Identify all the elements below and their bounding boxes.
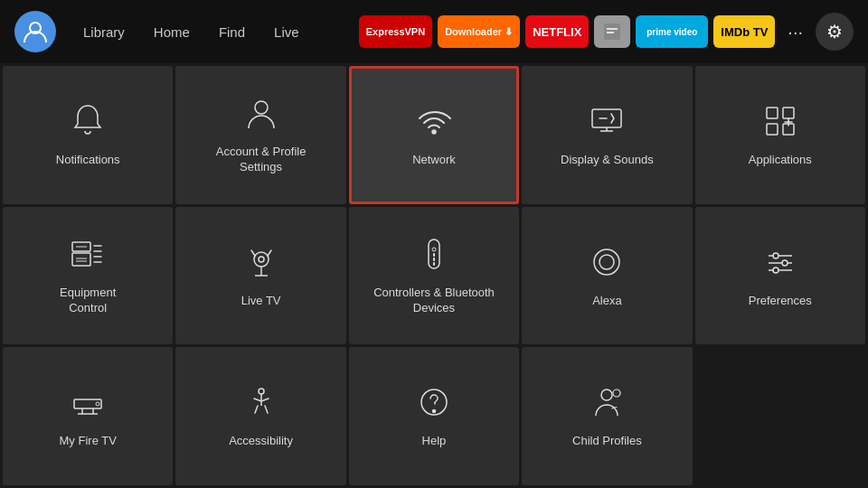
- svg-point-3: [432, 130, 436, 134]
- svg-point-40: [432, 410, 435, 413]
- svg-point-30: [782, 260, 788, 266]
- wifi-icon: [415, 102, 453, 144]
- accessibility-icon: [242, 383, 280, 425]
- svg-point-42: [613, 389, 620, 397]
- svg-point-24: [594, 249, 619, 275]
- livetv-label: Live TV: [241, 294, 281, 309]
- applications-label: Applications: [749, 153, 812, 168]
- person-icon: [242, 94, 280, 136]
- app-filezilla[interactable]: [594, 15, 630, 48]
- apps-icon: [761, 102, 799, 144]
- grid-item-accessibility[interactable]: Accessibility: [175, 347, 345, 485]
- nav-live[interactable]: Live: [261, 19, 312, 45]
- equipment-label: EquipmentControl: [60, 286, 116, 316]
- grid-item-account[interactable]: Account & ProfileSettings: [175, 66, 345, 204]
- grid-item-display[interactable]: Display & Sounds: [522, 66, 692, 204]
- help-icon: [415, 383, 453, 425]
- preferences-label: Preferences: [749, 294, 812, 309]
- svg-point-37: [259, 389, 264, 394]
- alexa-icon: [588, 243, 626, 285]
- settings-grid: Notifications Account & ProfileSettings …: [0, 63, 868, 488]
- childprofiles-icon: [588, 383, 626, 425]
- svg-rect-10: [72, 253, 90, 266]
- avatar[interactable]: [14, 11, 56, 52]
- bell-icon: [69, 102, 107, 144]
- app-imdb[interactable]: IMDb TV: [713, 15, 775, 48]
- equipment-icon: [69, 235, 107, 277]
- network-label: Network: [412, 153, 456, 168]
- display-label: Display & Sounds: [561, 153, 654, 168]
- topnav: Library Home Find Live ExpressVPN Downlo…: [0, 0, 868, 63]
- remote-icon: [415, 235, 453, 277]
- grid-item-help[interactable]: Help: [349, 347, 519, 485]
- grid-item-applications[interactable]: Applications: [695, 66, 865, 204]
- grid-item-alexa[interactable]: Alexa: [522, 207, 692, 345]
- help-label: Help: [422, 434, 447, 449]
- nav-more[interactable]: ···: [780, 18, 810, 46]
- svg-rect-32: [74, 399, 101, 408]
- svg-rect-5: [767, 108, 778, 118]
- grid-item-myfiretv[interactable]: My Fire TV: [3, 347, 173, 485]
- accessibility-label: Accessibility: [229, 434, 293, 449]
- grid-item-notifications[interactable]: Notifications: [3, 66, 173, 204]
- svg-point-16: [259, 257, 264, 262]
- antenna-icon: [242, 243, 280, 285]
- svg-point-41: [601, 389, 612, 400]
- display-icon: [588, 102, 626, 144]
- nav-library[interactable]: Library: [71, 19, 137, 45]
- nav-settings[interactable]: ⚙: [816, 13, 854, 51]
- sliders-icon: [761, 243, 799, 285]
- app-expressvpn[interactable]: ExpressVPN: [359, 15, 432, 48]
- app-downloader[interactable]: Downloader ⬇: [438, 15, 520, 48]
- firetv-icon: [69, 383, 107, 425]
- nav-find[interactable]: Find: [206, 19, 258, 45]
- notifications-label: Notifications: [56, 153, 120, 168]
- svg-point-29: [773, 253, 778, 258]
- app-primevideo[interactable]: prime video: [636, 15, 708, 48]
- nav-links: Library Home Find Live: [71, 19, 312, 45]
- svg-point-2: [255, 101, 268, 114]
- svg-rect-7: [767, 124, 778, 135]
- grid-item-controllers[interactable]: Controllers & BluetoothDevices: [349, 207, 519, 345]
- svg-point-36: [96, 402, 99, 406]
- account-label: Account & ProfileSettings: [216, 145, 307, 175]
- nav-home[interactable]: Home: [141, 19, 203, 45]
- svg-rect-1: [604, 23, 620, 40]
- childprofiles-label: Child Profiles: [572, 434, 642, 449]
- svg-point-15: [254, 252, 269, 267]
- app-netflix[interactable]: NETFLIX: [525, 15, 589, 48]
- grid-item-preferences[interactable]: Preferences: [695, 207, 865, 345]
- grid-item-childprofiles[interactable]: Child Profiles: [522, 347, 692, 485]
- grid-item-network[interactable]: Network: [349, 66, 519, 204]
- alexa-label: Alexa: [592, 294, 622, 309]
- svg-rect-6: [783, 108, 794, 118]
- svg-point-25: [599, 255, 614, 269]
- grid-item-livetv[interactable]: Live TV: [175, 207, 345, 345]
- nav-apps: ExpressVPN Downloader ⬇ NETFLIX prime vi…: [359, 13, 854, 51]
- svg-point-31: [773, 267, 778, 273]
- svg-point-20: [432, 248, 436, 251]
- myfiretv-label: My Fire TV: [60, 434, 117, 449]
- controllers-label: Controllers & BluetoothDevices: [373, 286, 495, 316]
- grid-item-equipment[interactable]: EquipmentControl: [3, 207, 173, 345]
